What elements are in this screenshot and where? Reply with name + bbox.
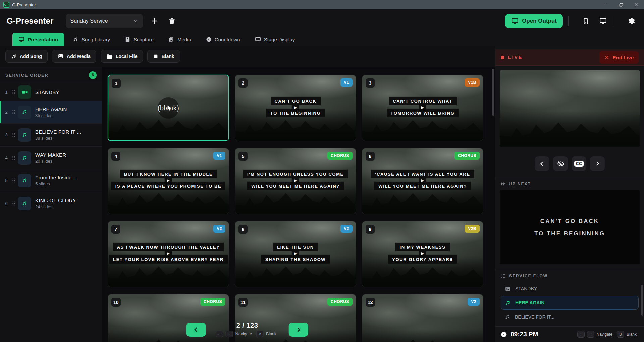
left-arrow-keycap: ← bbox=[216, 331, 223, 337]
slide-thumbnail-4[interactable]: 4 V1 BUT I KNOW HERE IN THE MIDDLEIS A P… bbox=[108, 148, 229, 214]
slide-section-badge: V2 bbox=[468, 298, 480, 306]
close-button[interactable] bbox=[629, 0, 644, 9]
service-flow-item-believe-for-it[interactable]: BELIEVE FOR IT... bbox=[501, 311, 639, 323]
up-next-preview: CAN'T GO BACKTO THE BEGINNING bbox=[500, 190, 640, 264]
tab-song-library[interactable]: Song Library bbox=[67, 33, 116, 46]
tab-media[interactable]: Media bbox=[162, 33, 197, 46]
item-title: From the Inside ... bbox=[35, 175, 78, 180]
blank-hint-label: Blank bbox=[627, 332, 637, 337]
music-icon bbox=[505, 300, 511, 306]
service-order-item-2[interactable]: 2 HERE AGAIN 35 slides bbox=[0, 101, 102, 123]
blank-keycap: B bbox=[256, 331, 264, 337]
slide-thumbnail-7[interactable]: 7 V2 AS I WALK NOW THROUGH THE VALLEYLET… bbox=[108, 221, 229, 287]
settings-gear-button[interactable] bbox=[626, 15, 637, 27]
item-title: WAY MAKER bbox=[35, 152, 66, 158]
tab-scripture[interactable]: Scripture bbox=[119, 33, 160, 46]
drag-handle-icon[interactable] bbox=[12, 178, 16, 183]
item-number: 6 bbox=[3, 201, 10, 206]
hide-output-button[interactable] bbox=[553, 156, 568, 171]
service-order-item-4[interactable]: 4 WAY MAKER 20 slides bbox=[0, 146, 102, 169]
book-icon bbox=[125, 37, 130, 42]
slide-section-badge: V2B bbox=[465, 225, 480, 233]
clock-icon bbox=[206, 37, 212, 42]
phone-icon-button[interactable] bbox=[580, 15, 591, 27]
slide-thumbnail-5[interactable]: 5 CHORUS I'M NOT ENOUGH UNLESS YOU COMEW… bbox=[235, 148, 356, 214]
right-arrow-keycap: → bbox=[587, 331, 594, 338]
captions-cc-button[interactable]: CC bbox=[572, 156, 586, 171]
service-order-item-6[interactable]: 6 KING OF GLORY 24 slides bbox=[0, 192, 102, 215]
lyric-line: CAN'T GO BACK bbox=[271, 97, 321, 105]
live-footer: 09:23 PM ← → Navigate B Blank bbox=[495, 326, 644, 342]
service-order-item-3[interactable]: 3 BELIEVE FOR IT ... 38 slides bbox=[0, 123, 102, 146]
slide-thumbnail-9[interactable]: 9 V2B IN MY WEAKNESSYOUR GLORY APPEARS ▶ bbox=[362, 221, 483, 287]
play-icon: ▶ bbox=[165, 178, 172, 184]
drag-handle-icon[interactable] bbox=[12, 90, 16, 95]
mouse-cursor-icon bbox=[167, 105, 173, 112]
service-order-title: SERVICE ORDER bbox=[5, 73, 48, 78]
slide-thumbnail-1[interactable]: 1 (blank) bbox=[108, 75, 229, 141]
tab-presentation[interactable]: Presentation bbox=[12, 33, 64, 46]
music-icon bbox=[22, 178, 28, 183]
lyric-line: AS I WALK NOW THROUGH THE VALLEY bbox=[113, 243, 224, 251]
tab-stage-display[interactable]: Stage Display bbox=[249, 33, 301, 46]
drag-handle-icon[interactable] bbox=[12, 155, 16, 160]
play-icon: ▶ bbox=[292, 178, 299, 184]
blank-button[interactable]: Blank bbox=[147, 50, 180, 63]
play-icon: ▶ bbox=[419, 251, 426, 257]
minimize-button[interactable] bbox=[598, 0, 613, 9]
slide-thumbnail-6[interactable]: 6 CHORUS 'CAUSE ALL I WANT IS ALL YOU AR… bbox=[362, 148, 483, 214]
slide-number-badge: 11 bbox=[238, 298, 248, 307]
grid-scrollbar[interactable] bbox=[492, 69, 494, 341]
music-icon bbox=[11, 54, 17, 59]
next-slide-button[interactable] bbox=[288, 323, 308, 337]
service-flow-item-standby[interactable]: STANDBY bbox=[501, 283, 639, 295]
tab-countdown[interactable]: Countdown bbox=[200, 33, 246, 46]
slide-section-badge: V1 bbox=[213, 152, 225, 160]
restore-button[interactable] bbox=[613, 0, 629, 9]
slide-section-badge: CHORUS bbox=[454, 152, 480, 160]
add-media-button[interactable]: Add Media bbox=[52, 50, 96, 63]
service-order-item-5[interactable]: 5 From the Inside ... 5 slides bbox=[0, 169, 102, 192]
play-icon: ▶ bbox=[292, 105, 299, 111]
monitor-icon-button[interactable] bbox=[597, 15, 609, 27]
slide-thumbnail-2[interactable]: 2 V1 CAN'T GO BACKTO THE BEGINNING ▶ bbox=[235, 75, 356, 141]
delete-playlist-button[interactable] bbox=[166, 15, 178, 27]
prev-slide-button[interactable] bbox=[186, 323, 206, 337]
square-icon bbox=[153, 54, 158, 59]
drag-handle-icon[interactable] bbox=[12, 110, 16, 115]
service-flow-item-here-again[interactable]: HERE AGAIN bbox=[501, 296, 639, 310]
drag-handle-icon[interactable] bbox=[12, 132, 16, 137]
slide-section-badge: V1 bbox=[340, 78, 353, 87]
playlist-dropdown[interactable]: Sunday Service bbox=[66, 14, 143, 28]
add-song-button[interactable]: Add Song bbox=[5, 50, 48, 63]
blank-slide-overlay: (blank) bbox=[108, 75, 228, 140]
lyric-line: IN MY WEAKNESS bbox=[395, 243, 449, 251]
slide-number-badge: 5 bbox=[238, 152, 248, 161]
service-order-sidebar: SERVICE ORDER 6 1 STANDBY 2 HERE AGAIN 3… bbox=[0, 67, 102, 342]
clock-icon bbox=[501, 331, 507, 338]
slide-thumbnail-3[interactable]: 3 V1B CAN'T CONTROL WHATTOMORROW WILL BR… bbox=[362, 75, 483, 141]
live-prev-button[interactable] bbox=[535, 156, 549, 171]
live-status-bar: LIVE End Live bbox=[495, 49, 644, 66]
slide-grid-area: 1 (blank) 2 V1 CAN'T GO BACKTO THE BEGIN… bbox=[102, 67, 495, 342]
playlist-dropdown-value: Sunday Service bbox=[70, 18, 108, 24]
end-live-button[interactable]: End Live bbox=[599, 51, 639, 64]
slide-section-badge: CHORUS bbox=[327, 152, 353, 160]
image-icon bbox=[505, 286, 511, 292]
lyric-line: LIKE THE SUN bbox=[273, 243, 318, 251]
flow-scrollbar[interactable] bbox=[641, 285, 643, 316]
numbered-list-icon bbox=[501, 273, 506, 279]
slide-thumbnail-12[interactable]: 12 V2 bbox=[362, 294, 483, 342]
divider bbox=[568, 16, 569, 26]
play-icon: ▶ bbox=[419, 178, 426, 184]
add-playlist-button[interactable] bbox=[149, 15, 160, 27]
slide-section-badge: V2 bbox=[213, 225, 225, 233]
music-icon bbox=[22, 155, 28, 161]
header: G-Presenter Sunday Service Open Output bbox=[0, 9, 644, 33]
drag-handle-icon[interactable] bbox=[12, 201, 16, 206]
live-next-button[interactable] bbox=[590, 156, 605, 171]
slide-thumbnail-8[interactable]: 8 V2 LIKE THE SUNSHAPING THE SHADOW ▶ bbox=[235, 221, 356, 287]
open-output-button[interactable]: Open Output bbox=[505, 14, 563, 28]
service-order-item-1[interactable]: 1 STANDBY bbox=[0, 83, 102, 101]
local-file-button[interactable]: Local File bbox=[101, 50, 143, 63]
